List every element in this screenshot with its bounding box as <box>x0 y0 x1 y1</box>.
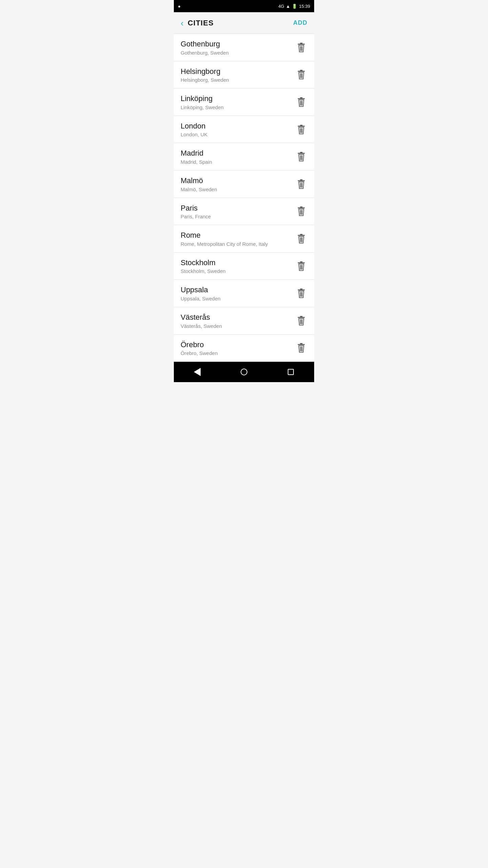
svg-rect-46 <box>298 290 305 291</box>
svg-rect-40 <box>300 261 303 262</box>
svg-rect-35 <box>300 234 303 235</box>
home-nav-button[interactable] <box>236 364 252 380</box>
svg-rect-55 <box>300 343 303 344</box>
battery-icon: 🔋 <box>292 4 297 9</box>
city-info: ÖrebroÖrebro, Sweden <box>181 340 294 356</box>
delete-button[interactable] <box>294 95 309 110</box>
trash-icon <box>297 97 306 107</box>
city-item: MadridMadrid, Spain <box>174 143 314 171</box>
city-subtitle: Linköping, Sweden <box>181 104 294 110</box>
city-info: StockholmStockholm, Sweden <box>181 258 294 274</box>
city-item: LinköpingLinköping, Sweden <box>174 88 314 116</box>
city-name: Gothenburg <box>181 39 294 49</box>
svg-rect-56 <box>298 344 305 345</box>
city-name: London <box>181 121 294 131</box>
city-info: ParisParis, France <box>181 203 294 220</box>
svg-rect-15 <box>300 125 303 126</box>
city-name: Helsingborg <box>181 67 294 77</box>
city-info: VästeråsVästerås, Sweden <box>181 313 294 329</box>
city-name: Madrid <box>181 149 294 158</box>
back-nav-icon <box>194 368 201 376</box>
city-item: RomeRome, Metropolitan City of Rome, Ita… <box>174 225 314 253</box>
svg-rect-45 <box>300 289 303 290</box>
city-subtitle: Västerås, Sweden <box>181 323 294 329</box>
city-item: VästeråsVästerås, Sweden <box>174 307 314 335</box>
svg-rect-50 <box>300 316 303 317</box>
network-icon: 4G <box>278 4 284 9</box>
delete-button[interactable] <box>294 67 309 82</box>
city-item: LondonLondon, UK <box>174 116 314 143</box>
city-subtitle: Stockholm, Sweden <box>181 268 294 274</box>
back-button[interactable]: ‹ <box>179 17 185 29</box>
delete-button[interactable] <box>294 204 309 219</box>
trash-icon <box>297 261 306 271</box>
trash-icon <box>297 234 306 244</box>
page-title: CITIES <box>188 19 214 27</box>
trash-icon <box>297 343 306 353</box>
city-info: LondonLondon, UK <box>181 121 294 138</box>
trash-icon <box>297 42 306 53</box>
svg-rect-1 <box>298 44 305 45</box>
status-indicator: ● <box>178 4 181 9</box>
city-item: ÖrebroÖrebro, Sweden <box>174 335 314 362</box>
city-subtitle: Madrid, Spain <box>181 159 294 165</box>
svg-rect-26 <box>298 180 305 181</box>
svg-rect-5 <box>300 70 303 71</box>
city-name: Malmö <box>181 176 294 186</box>
trash-icon <box>297 70 306 80</box>
header: ‹ CITIES ADD <box>174 12 314 34</box>
svg-rect-6 <box>298 71 305 72</box>
recents-nav-button[interactable] <box>283 364 299 380</box>
svg-rect-41 <box>298 262 305 263</box>
delete-button[interactable] <box>294 177 309 192</box>
city-subtitle: Örebro, Sweden <box>181 350 294 356</box>
city-item: UppsalaUppsala, Sweden <box>174 280 314 307</box>
city-name: Paris <box>181 203 294 213</box>
status-icons: 4G ▲ 🔋 15:39 <box>278 4 310 9</box>
time-display: 15:39 <box>299 4 310 9</box>
delete-button[interactable] <box>294 122 309 137</box>
delete-button[interactable] <box>294 340 309 355</box>
svg-rect-30 <box>300 206 303 208</box>
nav-bar <box>174 362 314 382</box>
svg-rect-16 <box>298 125 305 126</box>
delete-button[interactable] <box>294 286 309 301</box>
recents-nav-icon <box>288 369 294 375</box>
delete-button[interactable] <box>294 40 309 55</box>
delete-button[interactable] <box>294 149 309 164</box>
svg-rect-51 <box>298 317 305 318</box>
city-subtitle: Paris, France <box>181 214 294 219</box>
city-item: StockholmStockholm, Sweden <box>174 253 314 280</box>
city-subtitle: Gothenburg, Sweden <box>181 50 294 56</box>
svg-rect-0 <box>300 43 303 44</box>
city-subtitle: Malmö, Sweden <box>181 186 294 192</box>
trash-icon <box>297 288 306 298</box>
add-button[interactable]: ADD <box>292 18 309 28</box>
svg-rect-36 <box>298 235 305 236</box>
city-name: Örebro <box>181 340 294 350</box>
delete-button[interactable] <box>294 259 309 274</box>
trash-icon <box>297 152 306 162</box>
city-name: Västerås <box>181 313 294 322</box>
city-subtitle: London, UK <box>181 132 294 137</box>
city-subtitle: Uppsala, Sweden <box>181 296 294 301</box>
back-nav-button[interactable] <box>189 364 205 380</box>
svg-rect-10 <box>300 97 303 98</box>
delete-button[interactable] <box>294 231 309 246</box>
svg-rect-21 <box>298 153 305 154</box>
city-list: GothenburgGothenburg, Sweden Helsingborg… <box>174 34 314 362</box>
svg-rect-11 <box>298 98 305 99</box>
city-subtitle: Rome, Metropolitan City of Rome, Italy <box>181 241 294 247</box>
delete-button[interactable] <box>294 313 309 328</box>
city-name: Rome <box>181 231 294 240</box>
city-info: MadridMadrid, Spain <box>181 149 294 165</box>
city-info: MalmöMalmö, Sweden <box>181 176 294 192</box>
svg-rect-20 <box>300 152 303 153</box>
city-subtitle: Helsingborg, Sweden <box>181 77 294 83</box>
signal-icon: ▲ <box>286 4 290 9</box>
svg-rect-31 <box>298 208 305 209</box>
home-nav-icon <box>241 369 247 375</box>
city-item: MalmöMalmö, Sweden <box>174 171 314 198</box>
city-name: Stockholm <box>181 258 294 268</box>
city-name: Linköping <box>181 94 294 104</box>
